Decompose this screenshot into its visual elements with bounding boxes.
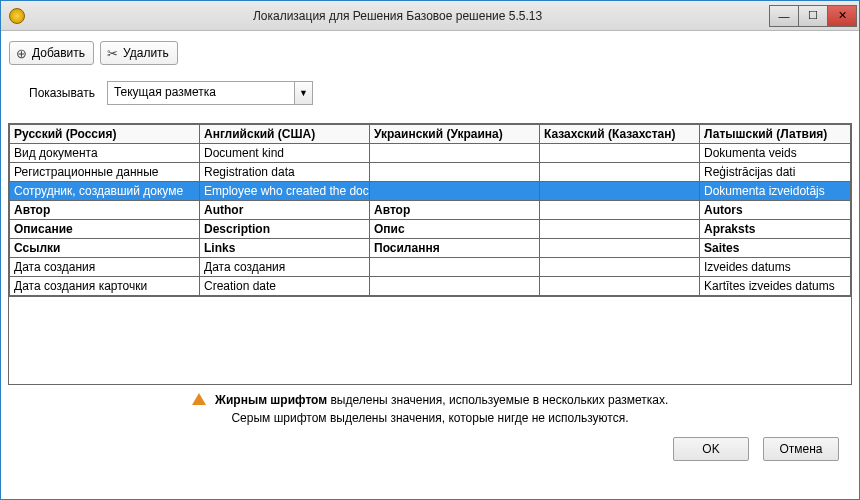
table-cell[interactable]: Employee who created the doc xyxy=(200,182,370,201)
maximize-button[interactable]: ☐ xyxy=(798,5,828,27)
delete-button-label: Удалить xyxy=(123,46,169,60)
table-cell[interactable]: Dokumenta veids xyxy=(700,144,851,163)
close-button[interactable]: ✕ xyxy=(827,5,857,27)
plus-icon: ⊕ xyxy=(14,46,28,60)
table-row[interactable]: АвторAuthorАвторAutors xyxy=(10,201,851,220)
col-header-ukrainian[interactable]: Украинский (Украина) xyxy=(370,125,540,144)
table-cell[interactable] xyxy=(370,258,540,277)
table-cell[interactable]: Apraksts xyxy=(700,220,851,239)
table-cell[interactable]: Сотрудник, создавший докуме xyxy=(10,182,200,201)
table-row[interactable]: Дата создания карточкиCreation dateKartī… xyxy=(10,277,851,296)
table-cell[interactable]: Дата создания карточки xyxy=(10,277,200,296)
table-row[interactable]: Сотрудник, создавший докумеEmployee who … xyxy=(10,182,851,201)
window-buttons: — ☐ ✕ xyxy=(770,5,857,27)
col-header-russian[interactable]: Русский (Россия) xyxy=(10,125,200,144)
table-cell[interactable]: Registration data xyxy=(200,163,370,182)
table-cell[interactable] xyxy=(540,277,700,296)
app-icon xyxy=(9,8,25,24)
table-cell[interactable]: Ссылки xyxy=(10,239,200,258)
table-cell[interactable]: Вид документа xyxy=(10,144,200,163)
table-row[interactable]: ОписаниеDescriptionОписApraksts xyxy=(10,220,851,239)
chevron-down-icon[interactable]: ▼ xyxy=(294,82,312,104)
info-line2: Серым шрифтом выделены значения, которые… xyxy=(1,409,859,427)
table-cell[interactable]: Dokumenta izveidotājs xyxy=(700,182,851,201)
add-button[interactable]: ⊕ Добавить xyxy=(9,41,94,65)
col-header-kazakh[interactable]: Казахский (Казахстан) xyxy=(540,125,700,144)
table-cell[interactable]: Document kind xyxy=(200,144,370,163)
col-header-latvian[interactable]: Латышский (Латвия) xyxy=(700,125,851,144)
table-cell[interactable]: Izveides datums xyxy=(700,258,851,277)
table-row[interactable]: Дата созданияДата созданияIzveides datum… xyxy=(10,258,851,277)
ok-button[interactable]: OK xyxy=(673,437,749,461)
table-cell[interactable] xyxy=(540,182,700,201)
table-cell[interactable] xyxy=(370,182,540,201)
table-cell[interactable]: Дата создания xyxy=(10,258,200,277)
table-cell[interactable]: Reģistrācijas dati xyxy=(700,163,851,182)
table-header-row: Русский (Россия) Английский (США) Украин… xyxy=(10,125,851,144)
cancel-button[interactable]: Отмена xyxy=(763,437,839,461)
titlebar: Локализация для Решения Базовое решение … xyxy=(1,1,859,31)
table-cell[interactable]: Посилання xyxy=(370,239,540,258)
table-cell[interactable]: Автор xyxy=(370,201,540,220)
delete-button[interactable]: ✂ Удалить xyxy=(100,41,178,65)
table-cell[interactable] xyxy=(370,163,540,182)
table-cell[interactable] xyxy=(540,144,700,163)
filter-label: Показывать xyxy=(29,86,95,100)
maximize-icon: ☐ xyxy=(808,9,818,22)
close-icon: ✕ xyxy=(838,9,847,22)
delete-icon: ✂ xyxy=(105,46,119,60)
table-cell[interactable] xyxy=(540,239,700,258)
table-cell[interactable]: Creation date xyxy=(200,277,370,296)
table-cell[interactable] xyxy=(370,144,540,163)
table-row[interactable]: Регистрационные данныеRegistration dataR… xyxy=(10,163,851,182)
info-line1-rest: выделены значения, используемые в нескол… xyxy=(327,393,668,407)
table-cell[interactable]: Description xyxy=(200,220,370,239)
table-cell[interactable] xyxy=(370,277,540,296)
filter-row: Показывать Текущая разметка ▼ xyxy=(1,71,859,123)
warning-icon xyxy=(192,393,206,405)
table-cell[interactable]: Регистрационные данные xyxy=(10,163,200,182)
table-cell[interactable]: Kartītes izveides datums xyxy=(700,277,851,296)
table-cell[interactable] xyxy=(540,220,700,239)
table-cell[interactable]: Дата создания xyxy=(200,258,370,277)
table-cell[interactable]: Описание xyxy=(10,220,200,239)
localization-grid[interactable]: Русский (Россия) Английский (США) Украин… xyxy=(8,123,852,385)
info-line1-bold: Жирным шрифтом xyxy=(215,393,327,407)
table-cell[interactable] xyxy=(540,163,700,182)
table-cell[interactable]: Author xyxy=(200,201,370,220)
table-cell[interactable]: Autors xyxy=(700,201,851,220)
add-button-label: Добавить xyxy=(32,46,85,60)
info-area: Жирным шрифтом выделены значения, исполь… xyxy=(1,391,859,427)
table-cell[interactable] xyxy=(540,201,700,220)
table-row[interactable]: Вид документаDocument kindDokumenta veid… xyxy=(10,144,851,163)
window-title: Локализация для Решения Базовое решение … xyxy=(25,9,770,23)
table-cell[interactable]: Links xyxy=(200,239,370,258)
table-cell[interactable]: Saites xyxy=(700,239,851,258)
col-header-english[interactable]: Английский (США) xyxy=(200,125,370,144)
filter-combo-text: Текущая разметка xyxy=(108,82,294,104)
grid-empty-area xyxy=(9,296,851,384)
table-row[interactable]: СсылкиLinksПосиланняSaites xyxy=(10,239,851,258)
dialog-footer: OK Отмена xyxy=(1,427,859,473)
minimize-icon: — xyxy=(779,10,790,22)
minimize-button[interactable]: — xyxy=(769,5,799,27)
filter-combo[interactable]: Текущая разметка ▼ xyxy=(107,81,313,105)
toolbar: ⊕ Добавить ✂ Удалить xyxy=(1,31,859,71)
table-cell[interactable]: Опис xyxy=(370,220,540,239)
table-cell[interactable] xyxy=(540,258,700,277)
table-cell[interactable]: Автор xyxy=(10,201,200,220)
